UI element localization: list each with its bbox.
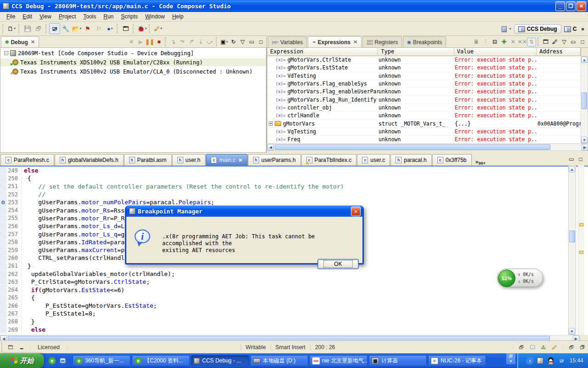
resume-icon[interactable]: ▶ [136,38,145,46]
breakpoint-gutter[interactable] [0,198,6,206]
breakpoint-gutter[interactable] [0,174,6,182]
debug-tree[interactable]: −28069M-test [Code Composer Studio - Dev… [0,48,266,153]
breakpoint-gutter[interactable] [0,214,6,222]
editor-tab-paratbl-asm[interactable]: SParatbl.asm [124,154,172,166]
expression-row[interactable]: (x)=gMotorVars.Flag_enableSysunknownErro… [267,80,581,88]
breakpoint-gutter[interactable] [0,230,6,238]
new-wizard-icon[interactable]: 🗋▾ [6,23,17,34]
minimize-view-icon[interactable]: ▭ [569,38,578,46]
taskbar-task-calc[interactable]: ▦计算器 [369,355,427,366]
expression-row[interactable]: (x)=FrequnknownError: execution state p.… [267,136,581,144]
open-element-icon[interactable]: 🗔 [120,23,131,34]
restart-icon[interactable]: ↻ [229,38,238,46]
expander-icon[interactable]: + [269,121,273,126]
window-group-button[interactable]: 🗗▾ [506,353,515,364]
menu-project[interactable]: Project [55,12,79,21]
show-types-icon[interactable]: 🖩 [472,38,481,46]
menu-file[interactable]: File [3,12,19,21]
menu-run[interactable]: Run [100,12,117,21]
breakpoint-gutter[interactable] [0,262,6,270]
browser-quicklaunch-icon[interactable]: e [48,357,56,365]
menu-window[interactable]: Window [141,12,169,21]
expression-row[interactable]: +gMotorVarsstruct _MOTOR_Vars_t_{...}0x0… [267,120,581,127]
maximize-button[interactable]: ❐ [566,1,576,11]
maximize-view-icon[interactable]: □ [256,38,266,46]
expression-row[interactable]: (x)=VdTestingunknownError: execution sta… [267,72,581,80]
breakpoint-gutter[interactable] [0,294,6,302]
connect-target-icon[interactable]: 🔧 [60,23,71,34]
memory-percent-badge[interactable]: 51% [498,270,515,287]
suspend-icon[interactable]: ❚❚ [145,38,154,46]
perspective-overflow-chevron[interactable]: » [579,25,586,33]
remove-all-expressions-icon[interactable]: ✕✕ [518,38,527,46]
editor-tab-overflow-chevron[interactable]: »99+ [475,158,486,166]
window-icon[interactable]: 🗗 [517,344,526,351]
window-titlebar[interactable]: CCS Debug - 28069M-test/src/app/main.c -… [0,0,588,12]
scroll-thumb[interactable] [569,230,575,242]
editor-pin-icon[interactable]: 🗕 [17,344,26,351]
editor-tab-paratblindex-c[interactable]: cParaTblIndex.c [301,154,357,166]
editor-tab-0x3ff75b[interactable]: c0x3ff75b [432,154,472,166]
debug-config-icon[interactable]: 🐞▾ [136,23,147,34]
minimize-view-icon[interactable]: ▭ [567,155,576,163]
editor-vscrollbar[interactable]: ▲ ▼ [568,166,576,335]
new-view-icon[interactable]: 🗔 [541,38,550,46]
menu-help[interactable]: Help [169,12,187,21]
minimize-button[interactable]: _ [555,1,565,11]
editor-tab-main-c[interactable]: cmain.c✕ [206,154,248,166]
tab-registers[interactable]: 10100101 Registers [362,36,402,47]
restore-window-icon[interactable]: 🗗 [567,344,576,351]
tree-layout-icon[interactable]: ⫶ [481,38,490,46]
breakpoint-gutter[interactable] [0,246,6,254]
expressions-table[interactable]: (x)=gMotorVars.CtrlStateunknownError: ex… [267,56,581,144]
expressions-vscrollbar[interactable]: ▲ ▼ [581,56,588,144]
menu-tools[interactable]: Tools [79,12,100,21]
expression-row[interactable]: (x)=controller_objunknownError: executio… [267,104,581,112]
expression-row[interactable]: (x)=gMotorVars.Flag_Run_IdentifyunknownE… [267,96,581,104]
column-address[interactable]: Address [537,48,581,56]
breakpoint-gutter[interactable] [0,270,6,278]
expression-row[interactable]: (x)=ctrlHandleunknownError: execution st… [267,112,581,120]
fast-view-icon[interactable]: 🗔 [6,344,15,351]
menu-view[interactable]: View [36,12,55,21]
remove-all-terminated-icon[interactable]: ✕ [127,38,136,46]
open-perspective-icon[interactable]: ✦ [501,23,512,34]
auto-refresh-icon[interactable]: ⇅ [527,38,536,46]
usb-tray-icon[interactable]: 🖳 [558,357,565,365]
hide-icons-chevron-icon[interactable]: ‹ [526,357,534,365]
breakpoint-icon[interactable] [1,201,5,204]
expression-row[interactable]: (x)=gMotorVars.Flag_enableUserParamunkno… [267,88,581,96]
tab-expressions[interactable]: ⚭ Expressions ✕ [308,36,362,47]
collapse-all-icon[interactable]: ⊟ [490,38,499,46]
occurrence-mark[interactable] [579,223,583,226]
expander-icon[interactable]: − [4,51,8,55]
expression-row[interactable]: (x)=gMotorVars.CtrlStateunknownError: ex… [267,56,581,64]
minimize-view-icon[interactable]: ▭ [247,38,256,46]
edit-watch-icon[interactable]: 🖉 [550,38,560,46]
scroll-right-icon[interactable]: ▶ [582,144,588,150]
remote-display-icon[interactable]: 🖵 [528,344,537,351]
remove-expression-icon[interactable]: ✕ [509,38,518,46]
maximize-view-icon[interactable]: □ [578,38,587,46]
view-menu-icon[interactable]: ▽ [238,38,247,46]
scroll-up-icon[interactable]: ▲ [581,57,588,63]
breakpoint-gutter[interactable] [0,326,6,334]
breakpoint-gutter[interactable] [0,190,6,198]
taskbar-task-notepad[interactable]: ≡NUC-26 - 记事本 [428,355,486,366]
step-return-icon[interactable]: ↱ [187,38,196,46]
tab-variables[interactable]: (x)= Variables [268,36,307,47]
scroll-left-icon[interactable]: ◀ [267,144,274,150]
debug-tree-item[interactable]: −28069M-test [Code Composer Studio - Dev… [0,49,266,57]
save-all-icon[interactable]: 🗗 [33,23,44,34]
close-icon[interactable]: ✕ [31,39,35,45]
editor-tab-user-h[interactable]: huser.h [172,154,206,166]
instruction-step-into-icon[interactable]: ⇣ [196,38,205,46]
load-program-icon[interactable]: 📂▾ [71,23,82,34]
breakpoint-gutter[interactable] [0,167,6,174]
toggle-breakpoint-icon[interactable]: ⚐ [93,23,104,34]
perspective-ccs-debug[interactable]: CCS Debug [514,24,561,34]
taskbar-task-ie[interactable]: e【C2000 资料... [132,355,190,366]
dialog-titlebar[interactable]: Breakpoint Manager ✕ [126,206,362,217]
ccs-tray-icon[interactable] [537,357,544,365]
editor-tab-pararefresh-c[interactable]: cParaRefresh.c [0,154,54,166]
